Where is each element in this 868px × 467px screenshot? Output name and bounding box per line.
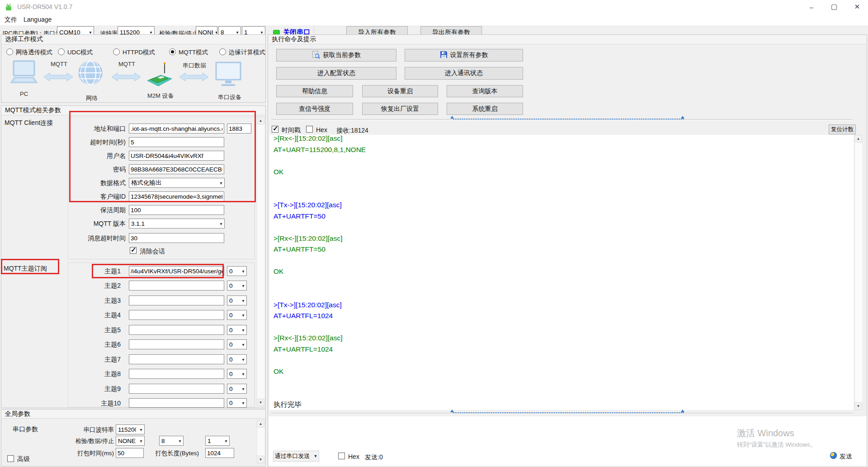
menu-language[interactable]: Language xyxy=(24,16,52,23)
log-trackbar-top-range xyxy=(453,119,684,119)
chevron-down-icon: ▾ xyxy=(218,221,224,226)
topic4-input[interactable] xyxy=(129,310,224,320)
clientid-input[interactable] xyxy=(129,191,224,201)
topic1-qos-select[interactable]: 0▾ xyxy=(227,266,247,276)
topic8-input[interactable] xyxy=(129,369,224,379)
send-hex-checkbox[interactable] xyxy=(338,453,345,459)
scroll-up-icon[interactable]: ▲ xyxy=(854,135,862,143)
radio-httpd-mode[interactable] xyxy=(113,48,120,55)
qos-value: 0 xyxy=(229,297,233,304)
serial-data-arrow-label: 串口数据 xyxy=(183,62,206,70)
username-input[interactable] xyxy=(129,151,224,161)
send-via-serial-dropdown[interactable]: 通过串口发送 ▼ xyxy=(273,451,319,462)
topic3-qos-select[interactable]: 0▾ xyxy=(227,295,247,305)
enter-config-button[interactable]: 进入配置状态 xyxy=(276,67,396,80)
username-label: 用户名 xyxy=(67,152,126,160)
mqtt-panel-scrollbar[interactable] xyxy=(257,117,264,406)
global-parity-select[interactable]: NONE▾ xyxy=(116,436,145,446)
mqtt-version-select[interactable]: 3.1.1▾ xyxy=(129,219,225,229)
scroll-down-icon[interactable]: ▼ xyxy=(257,399,264,406)
log-line: AT+UARTFL=1024 xyxy=(274,344,854,355)
factory-reset-button[interactable]: 恢复出厂设置 xyxy=(362,103,438,115)
log-line xyxy=(274,277,854,289)
radio-udc-mode[interactable] xyxy=(58,48,65,55)
chevron-down-icon: ▾ xyxy=(240,357,246,362)
topic2-input[interactable] xyxy=(129,281,224,291)
qos-value: 0 xyxy=(229,282,233,289)
pc-label: PC xyxy=(20,91,28,97)
port-input[interactable] xyxy=(227,124,251,133)
scroll-up-icon[interactable]: ▲ xyxy=(257,420,264,428)
pack-len-input[interactable] xyxy=(205,448,234,458)
timeout-input[interactable] xyxy=(129,137,224,147)
topic10-qos-select[interactable]: 0▾ xyxy=(227,398,247,408)
help-button[interactable]: 帮助信息 xyxy=(276,85,353,97)
password-input[interactable] xyxy=(129,164,224,174)
qos-value: 0 xyxy=(229,400,233,406)
log-scrollbar[interactable] xyxy=(854,135,862,410)
clear-session-checkbox[interactable] xyxy=(130,247,137,254)
get-params-button[interactable]: 获取当前参数 xyxy=(276,49,396,62)
menu-file[interactable]: 文件 xyxy=(5,16,17,24)
scroll-down-icon[interactable]: ▼ xyxy=(854,402,862,410)
query-version-button[interactable]: 查询版本 xyxy=(447,85,523,97)
maximize-button[interactable]: ▢ xyxy=(824,0,844,14)
topic7-qos-select[interactable]: 0▾ xyxy=(227,354,247,364)
trackbar-marker-icon[interactable] xyxy=(681,410,684,412)
mqtt-subscribe-section-label: MQTT主题订阅 xyxy=(4,265,47,273)
radio-edge-mode[interactable] xyxy=(219,48,226,55)
chevron-down-icon: ▾ xyxy=(240,328,246,333)
trackbar-marker-icon[interactable] xyxy=(450,410,454,412)
topic7-input[interactable] xyxy=(129,354,224,364)
topic5-qos-select[interactable]: 0▾ xyxy=(227,325,247,335)
advanced-checkbox[interactable] xyxy=(7,455,14,462)
global-baud-select[interactable]: 115200▾ xyxy=(116,424,145,434)
device-reboot-button[interactable]: 设备重启 xyxy=(362,85,438,97)
global-databits-select[interactable]: 8▾ xyxy=(159,436,184,446)
signal-strength-button[interactable]: 查信号强度 xyxy=(276,103,353,115)
trackbar-marker-icon[interactable] xyxy=(681,116,684,119)
topic10-input[interactable] xyxy=(129,398,224,408)
topic9-qos-select[interactable]: 0▾ xyxy=(227,384,247,394)
chevron-down-icon: ▾ xyxy=(240,313,246,318)
topic6-qos-select[interactable]: 0▾ xyxy=(227,339,247,349)
close-button[interactable]: ✕ xyxy=(846,0,868,14)
topic9-input[interactable] xyxy=(129,384,224,394)
chevron-down-icon: ▾ xyxy=(213,30,217,35)
topic8-qos-select[interactable]: 0▾ xyxy=(227,369,247,379)
topic3-input[interactable] xyxy=(129,295,224,305)
data-format-select[interactable]: 格式化输出▾ xyxy=(129,178,225,188)
topic4-qos-select[interactable]: 0▾ xyxy=(227,310,247,320)
keepalive-input[interactable] xyxy=(129,205,224,215)
send-button[interactable]: 发送 xyxy=(840,453,852,461)
log-area[interactable]: >[Rx<-][15:20:02][asc] AT+UART=115200,8,… xyxy=(269,135,854,410)
chevron-down-icon: ▾ xyxy=(218,181,224,186)
command-panel-title: 执行命令及提示 xyxy=(272,35,316,43)
set-params-button[interactable]: 设置所有参数 xyxy=(405,49,523,62)
qos-value: 0 xyxy=(229,327,233,334)
topic1-input[interactable] xyxy=(129,266,224,276)
scroll-up-icon[interactable]: ▲ xyxy=(257,117,264,124)
msg-timeout-input[interactable] xyxy=(129,233,224,243)
radio-mqtt-mode[interactable] xyxy=(169,48,176,55)
scroll-down-icon[interactable]: ▼ xyxy=(257,456,264,463)
hex-checkbox[interactable] xyxy=(306,126,313,133)
chevron-down-icon: ▾ xyxy=(259,30,265,35)
global-stopbits-select[interactable]: 1▾ xyxy=(205,436,230,446)
system-reboot-button[interactable]: 系统重启 xyxy=(447,103,523,115)
windows-watermark-line1: 激活 Windows xyxy=(737,427,794,439)
reset-count-button[interactable]: 复位计数 xyxy=(829,124,856,134)
topic5-input[interactable] xyxy=(129,325,224,335)
mqtt-client-section-label: MQTT Client连接 xyxy=(5,119,53,127)
radio-transparent-mode[interactable] xyxy=(6,48,13,55)
chevron-down-icon: ▾ xyxy=(177,438,183,443)
topic6-input[interactable] xyxy=(129,339,224,349)
trackbar-marker-icon[interactable] xyxy=(450,116,454,119)
log-trackbar-bottom-range xyxy=(453,412,684,413)
pack-time-input[interactable] xyxy=(116,448,144,458)
timestamp-checkbox[interactable] xyxy=(272,126,278,133)
minimize-button[interactable]: – xyxy=(801,0,822,14)
topic2-qos-select[interactable]: 0▾ xyxy=(227,281,247,291)
address-input[interactable] xyxy=(129,124,224,133)
enter-comm-button[interactable]: 进入通讯状态 xyxy=(405,67,523,80)
